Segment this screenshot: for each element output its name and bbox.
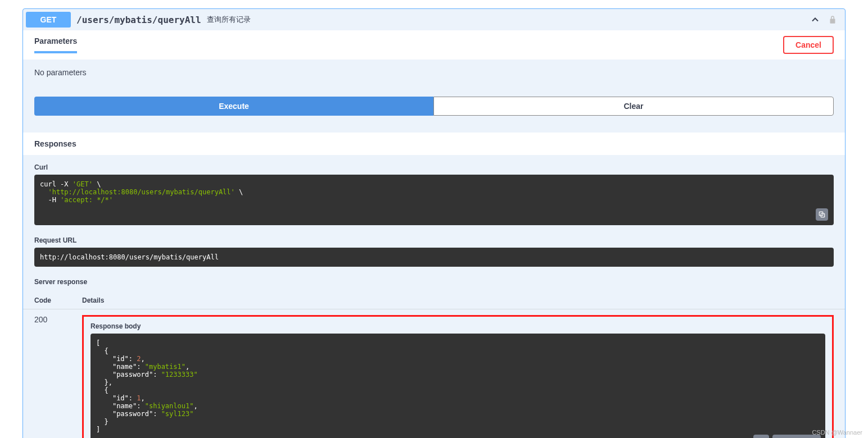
operation-summary[interactable]: GET /users/mybatis/queryAll 查询所有记录 — [23, 9, 845, 30]
http-method-badge: GET — [26, 12, 71, 28]
response-table-header: Code Details — [23, 292, 845, 309]
parameters-section: No parameters Execute Clear — [23, 60, 845, 133]
curl-label: Curl — [34, 163, 834, 171]
tab-bar: Parameters Cancel — [23, 30, 845, 60]
response-detail-highlighted: Response body [ { "id": 2, "name": "myba… — [82, 315, 834, 438]
operation-path: /users/mybatis/queryAll — [76, 15, 201, 25]
cancel-button[interactable]: Cancel — [783, 36, 834, 54]
responses-header: Responses — [23, 133, 845, 155]
execute-button[interactable]: Execute — [34, 97, 433, 116]
request-url-block: http://localhost:8080/users/mybatis/quer… — [34, 248, 834, 267]
response-body-label: Response body — [91, 322, 825, 330]
response-code: 200 — [34, 315, 82, 438]
col-code-header: Code — [34, 296, 82, 304]
operation-description: 查询所有记录 — [207, 15, 251, 25]
watermark: CSDN @Wannaer — [812, 429, 862, 436]
lock-icon[interactable] — [828, 14, 838, 25]
response-body-block: [ { "id": 2, "name": "mybatis1", "passwo… — [91, 334, 825, 438]
no-parameters-message: No parameters — [34, 68, 834, 77]
col-details-header: Details — [82, 296, 104, 304]
response-row: 200 Response body [ { "id": 2, "name": "… — [23, 309, 845, 438]
request-url-label: Request URL — [34, 236, 834, 244]
clear-button[interactable]: Clear — [433, 97, 834, 116]
chevron-up-icon — [810, 14, 821, 25]
tab-parameters[interactable]: Parameters — [34, 36, 77, 53]
copy-icon[interactable] — [753, 435, 769, 438]
curl-code-block: curl -X 'GET' \ 'http://localhost:8080/u… — [34, 175, 834, 225]
operation-block: GET /users/mybatis/queryAll 查询所有记录 Param… — [22, 8, 846, 438]
copy-icon[interactable] — [816, 208, 828, 221]
server-response-label: Server response — [34, 278, 834, 286]
